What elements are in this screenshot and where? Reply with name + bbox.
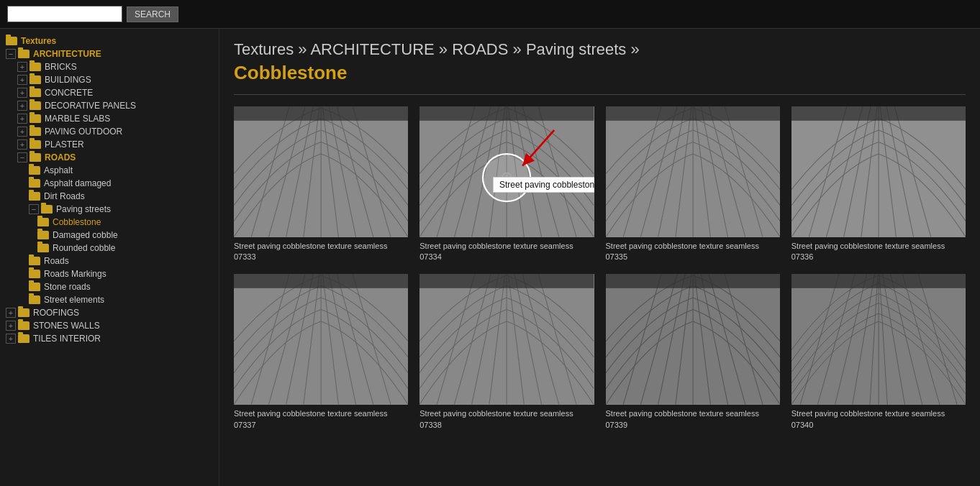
texture-item-07337[interactable]: 🔍 Street paving cobblestone texture seam… [234, 274, 408, 430]
sidebar-item-label: BRICKS [45, 62, 77, 72]
texture-grid: 🔍 Street paving cobblestone texture seam… [234, 106, 966, 431]
sidebar-item-label: Roads Markings [44, 269, 106, 279]
folder-icon [18, 308, 30, 317]
texture-thumb: ⊕ Street paving cobblestone texture seam… [419, 106, 594, 237]
sidebar-item-roads2[interactable]: Roads [0, 255, 219, 267]
folder-icon [30, 114, 41, 123]
sidebar-item-label: Roads [44, 256, 69, 266]
texture-thumb: 🔍 [234, 274, 408, 405]
expand-icon: + [17, 88, 27, 98]
folder-icon [29, 270, 40, 278]
sidebar-item-cobblestone[interactable]: Cobblestone [0, 216, 219, 229]
texture-thumb: 🔍 [606, 106, 780, 237]
sidebar-item-label: Textures [21, 36, 56, 46]
texture-item-07335[interactable]: 🔍 Street paving cobblestone texture seam… [606, 106, 780, 262]
search-circle-icon: 🔍 [864, 325, 893, 354]
sidebar-item-label: BUILDINGS [45, 75, 91, 85]
folder-icon [6, 37, 17, 45]
cobble-image: ⊕ [419, 106, 594, 237]
content-area: Textures » ARCHITECTURE » ROADS » Paving… [219, 29, 980, 486]
sidebar-item-label: Damaged cobble [53, 230, 118, 240]
folder-icon [29, 192, 40, 201]
texture-item-07340[interactable]: 🔍 Street paving cobblestone texture seam… [791, 274, 966, 430]
search-circle-icon: 🔍 [307, 325, 335, 354]
sidebar-item-label: MARBLE SLABS [45, 114, 110, 124]
search-button[interactable]: SEARCH [127, 6, 178, 22]
sidebar-item-plaster[interactable]: + PLASTER [0, 138, 219, 151]
sidebar: Textures − ARCHITECTURE + BRICKS + BUILD… [0, 29, 219, 486]
sidebar-item-stones-walls[interactable]: + STONES WALLS [0, 319, 219, 332]
expand-icon: + [17, 139, 27, 150]
sidebar-item-roofings[interactable]: + ROOFINGS [0, 306, 219, 319]
sidebar-item-label: Asphalt damaged [44, 178, 111, 188]
sidebar-item-buildings[interactable]: + BUILDINGS [0, 73, 219, 86]
sidebar-item-label: DECORATIVE PANELS [45, 101, 136, 111]
sidebar-item-asphalt[interactable]: Asphalt [0, 164, 219, 177]
sidebar-item-label: PLASTER [45, 139, 84, 150]
texture-label: Street paving cobblestone texture seamle… [606, 241, 780, 263]
folder-icon [29, 283, 40, 291]
texture-item-07334[interactable]: ⊕ Street paving cobblestone texture seam… [419, 106, 594, 262]
sidebar-item-street-elements[interactable]: Street elements [0, 293, 219, 306]
expand-icon: + [6, 308, 16, 318]
divider [234, 94, 966, 95]
sidebar-item-label: Cobblestone [53, 217, 101, 227]
sidebar-item-label: Paving streets [56, 204, 111, 214]
sidebar-item-asphalt-damaged[interactable]: Asphalt damaged [0, 177, 219, 190]
expand-icon: − [29, 204, 39, 214]
expand-icon: − [6, 49, 16, 59]
sidebar-item-damaged-cobble[interactable]: Damaged cobble [0, 229, 219, 242]
texture-thumb: 🔍 [234, 106, 408, 237]
folder-icon [18, 50, 30, 58]
texture-thumb: 🔍 [791, 274, 966, 405]
sidebar-item-roads-markings[interactable]: Roads Markings [0, 267, 219, 280]
folder-icon [41, 205, 53, 214]
sidebar-item-paving-streets[interactable]: − Paving streets [0, 203, 219, 216]
folder-icon [30, 88, 41, 97]
folder-icon [18, 321, 30, 330]
texture-label: Street paving cobblestone texture seamle… [419, 241, 594, 263]
folder-icon [30, 63, 41, 71]
svg-rect-21 [419, 106, 594, 121]
sidebar-item-roads[interactable]: − ROADS [0, 151, 219, 164]
sidebar-item-stone-roads[interactable]: Stone roads [0, 280, 219, 293]
sidebar-item-label: ROOFINGS [33, 308, 79, 318]
texture-item-07336[interactable]: 🔍 Street paving cobblestone texture seam… [791, 106, 966, 262]
folder-icon [37, 218, 49, 226]
search-circle-icon: 🔍 [679, 157, 707, 186]
texture-item-07339[interactable]: 🔍 Street paving cobblestone texture seam… [606, 274, 780, 430]
expand-icon: + [17, 127, 27, 137]
expand-icon: + [17, 114, 27, 124]
sidebar-item-bricks[interactable]: + BRICKS [0, 60, 219, 73]
folder-icon [30, 153, 41, 162]
sidebar-item-textures[interactable]: Textures [0, 35, 219, 47]
search-circle-icon: 🔍 [492, 325, 521, 354]
texture-item-07338[interactable]: 🔍 Street paving cobblestone texture seam… [419, 274, 594, 430]
texture-label: Street paving cobblestone texture seamle… [791, 241, 966, 263]
texture-label: Street paving cobblestone texture seamle… [419, 408, 594, 431]
sidebar-item-marble[interactable]: + MARBLE SLABS [0, 112, 219, 125]
expand-icon: + [6, 321, 16, 331]
texture-label: Street paving cobblestone texture seamle… [234, 241, 408, 263]
sidebar-item-decorative[interactable]: + DECORATIVE PANELS [0, 99, 219, 112]
sidebar-item-label: TILES INTERIOR [33, 334, 101, 344]
search-input[interactable] [7, 6, 122, 22]
search-circle-icon: 🔍 [679, 325, 707, 354]
texture-label: Street paving cobblestone texture seamle… [234, 408, 408, 431]
sidebar-item-dirt-roads[interactable]: Dirt Roads [0, 190, 219, 203]
expand-icon: + [17, 101, 27, 111]
expand-icon: + [6, 334, 16, 344]
texture-label: Street paving cobblestone texture seamle… [606, 408, 780, 431]
sidebar-item-concrete[interactable]: + CONCRETE [0, 86, 219, 99]
sidebar-item-label: Dirt Roads [44, 191, 85, 201]
search-circle-icon: 🔍 [864, 157, 893, 186]
sidebar-item-label: CONCRETE [45, 88, 93, 98]
sidebar-item-rounded-cobble[interactable]: Rounded cobble [0, 242, 219, 255]
folder-icon [29, 179, 40, 188]
sidebar-item-tiles-interior[interactable]: + TILES INTERIOR [0, 332, 219, 345]
search-circle-icon: 🔍 [307, 157, 335, 186]
folder-icon [30, 75, 41, 84]
sidebar-item-paving-outdoor[interactable]: + PAVING OUTDOOR [0, 125, 219, 138]
sidebar-item-architecture[interactable]: − ARCHITECTURE [0, 47, 219, 60]
texture-item-07333[interactable]: 🔍 Street paving cobblestone texture seam… [234, 106, 408, 262]
